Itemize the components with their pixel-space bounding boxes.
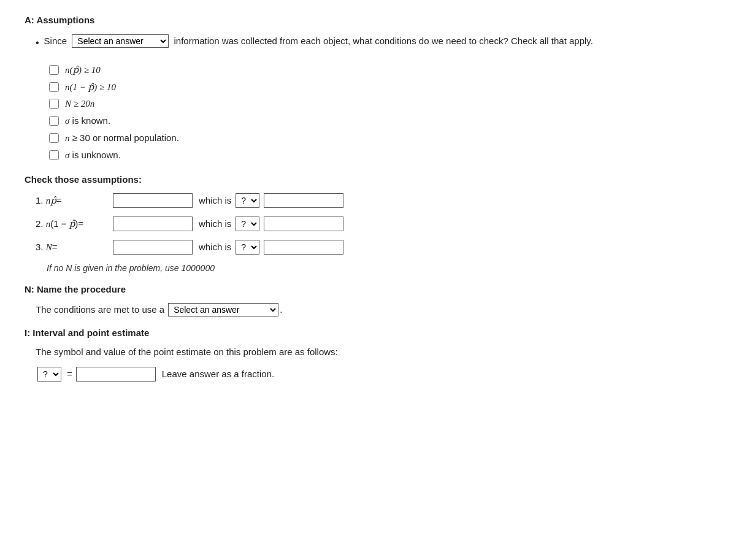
section-i: I: Interval and point estimate The symbo… (25, 328, 711, 382)
checkbox-n30[interactable] (49, 133, 59, 143)
checkbox-label-3: N ≥ 20n (65, 99, 94, 109)
checkbox-row-6: σ is unknown. (49, 150, 711, 161)
point-symbol-dropdown[interactable]: ? p̂ x̄ p μ (37, 367, 61, 382)
point-estimate-row: ? p̂ x̄ p μ = Leave answer as a fraction… (36, 367, 711, 382)
since-dropdown[interactable]: Select an answer random sample convenien… (72, 34, 169, 48)
assumption-input-2b[interactable] (264, 217, 343, 231)
assumption-select-1[interactable]: ? ≥ < (236, 193, 259, 208)
checkbox-label-5: n ≥ 30 or normal population. (65, 132, 179, 144)
procedure-row: The conditions are met to use a Select a… (36, 303, 711, 316)
which-is-3: which is (199, 242, 231, 252)
procedure-dropdown[interactable]: Select an answer 1-proportion z-interval… (168, 303, 278, 316)
bullet-content: Since Select an answer random sample con… (44, 34, 593, 48)
checkboxes-area: n(p̂) ≥ 10 n(1 − p̂) ≥ 10 N ≥ 20n σ is k… (49, 64, 711, 161)
assumption-input-1b[interactable] (264, 193, 343, 208)
point-estimate-input[interactable] (76, 367, 156, 382)
assumption-select-3[interactable]: ? ≥ < (236, 240, 259, 255)
assumption-num-1: 1. np̂= (36, 195, 109, 206)
conditions-text: The conditions are met to use a (36, 304, 164, 315)
since-label: Since (44, 36, 67, 46)
assumption-row-2: 2. n(1 − p̂)= which is ? ≥ < (36, 217, 711, 231)
leave-answer-label: Leave answer as a fraction. (162, 369, 274, 379)
assumption-select-2[interactable]: ? ≥ < (236, 217, 259, 231)
checkbox-np[interactable] (49, 65, 59, 75)
procedure-period: . (280, 304, 282, 315)
checkbox-label-1: n(p̂) ≥ 10 (65, 64, 101, 75)
checkbox-row-3: N ≥ 20n (49, 99, 711, 109)
checkbox-sigma-unknown[interactable] (49, 150, 59, 160)
assumptions-bullet: • Since Select an answer random sample c… (36, 34, 711, 51)
interval-row: The symbol and value of the point estima… (36, 347, 711, 357)
assumption-input-3b[interactable] (264, 240, 343, 255)
assumption-input-3a[interactable] (113, 240, 193, 255)
checkbox-label-4: σ is known. (65, 115, 110, 126)
assumption-num-3: 3. N= (36, 242, 109, 253)
assumption-input-2a[interactable] (113, 217, 193, 231)
checkbox-sigma-known[interactable] (49, 116, 59, 126)
equals-sign: = (67, 369, 72, 379)
assumption-row-3: 3. N= which is ? ≥ < (36, 240, 711, 255)
checkbox-row-5: n ≥ 30 or normal population. (49, 132, 711, 144)
check-assumptions-title: Check those assumptions: (25, 174, 711, 185)
checkbox-label-6: σ is unknown. (65, 150, 121, 161)
section-a: A: Assumptions • Since Select an answer … (25, 15, 711, 273)
checkbox-N20n[interactable] (49, 99, 59, 109)
bullet-dot: • (36, 35, 39, 51)
section-n: N: Name the procedure The conditions are… (25, 284, 711, 316)
assumption-input-1a[interactable] (113, 193, 193, 208)
section-n-title: N: Name the procedure (25, 284, 711, 294)
checkbox-n1mp[interactable] (49, 82, 59, 92)
which-is-1: which is (199, 195, 231, 205)
checkbox-row-4: σ is known. (49, 115, 711, 126)
section-a-title: A: Assumptions (25, 15, 711, 25)
bullet-rest: information was collected from each obje… (174, 36, 592, 46)
assumption-num-2: 2. n(1 − p̂)= (36, 218, 109, 229)
checkbox-row-1: n(p̂) ≥ 10 (49, 64, 711, 75)
section-i-title: I: Interval and point estimate (25, 328, 711, 338)
checkbox-row-2: n(1 − p̂) ≥ 10 (49, 82, 711, 93)
checkbox-label-2: n(1 − p̂) ≥ 10 (65, 82, 116, 93)
assumption-row-1: 1. np̂= which is ? ≥ < (36, 193, 711, 208)
which-is-2: which is (199, 218, 231, 229)
assumption-note: If no N is given in the problem, use 100… (47, 263, 711, 273)
